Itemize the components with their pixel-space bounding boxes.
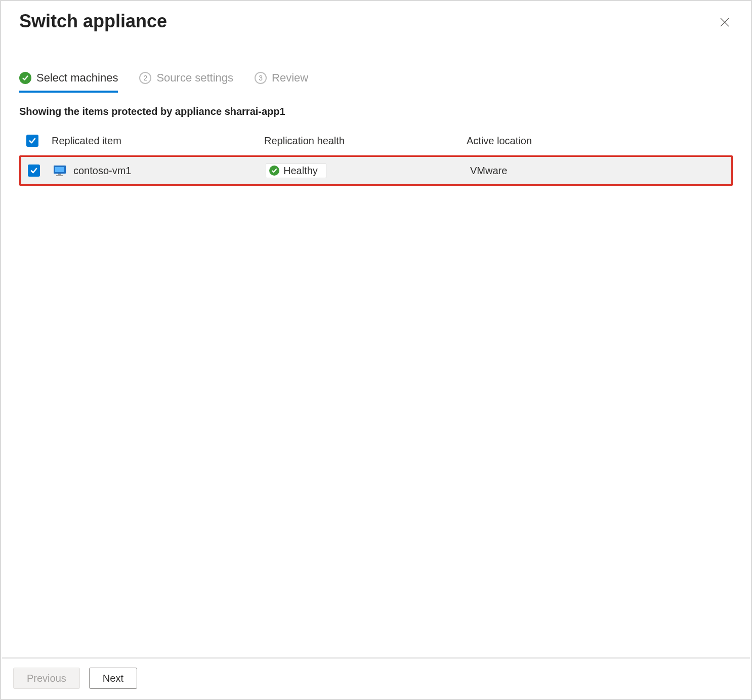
step-review[interactable]: 3 Review — [255, 71, 308, 91]
replicated-item-cell: contoso-vm1 — [53, 164, 266, 177]
next-button[interactable]: Next — [89, 668, 137, 689]
replicated-item-name: contoso-vm1 — [73, 165, 132, 177]
healthy-icon — [269, 166, 279, 176]
step-select-machines[interactable]: Select machines — [19, 71, 118, 93]
previous-button: Previous — [13, 668, 80, 689]
row-checkbox-cell — [28, 164, 53, 177]
step-source-settings[interactable]: 2 Source settings — [139, 71, 233, 91]
wizard-stepper: Select machines 2 Source settings 3 Revi… — [19, 71, 733, 91]
row-checkbox[interactable] — [28, 164, 40, 177]
table-row[interactable]: contoso-vm1 Healthy VMware — [21, 157, 731, 184]
machines-table: Replicated item Replication health Activ… — [19, 135, 733, 186]
svg-rect-4 — [58, 174, 61, 175]
col-active-location: Active location — [467, 135, 726, 147]
switch-appliance-panel: Switch appliance Select machines — [0, 0, 752, 700]
step-label: Review — [272, 71, 308, 85]
close-button[interactable] — [716, 13, 734, 31]
svg-rect-5 — [56, 175, 63, 176]
replication-health-cell: Healthy — [266, 163, 468, 178]
subtitle-text: Showing the items protected by appliance… — [19, 106, 733, 117]
panel-body: Select machines 2 Source settings 3 Revi… — [1, 32, 751, 657]
step-label: Source settings — [156, 71, 233, 85]
step-label: Select machines — [36, 71, 118, 85]
checkmark-icon — [19, 72, 31, 84]
select-all-checkbox[interactable] — [26, 135, 38, 147]
health-text: Healthy — [283, 165, 318, 177]
table-header-row: Replicated item Replication health Activ… — [19, 135, 733, 155]
panel-header: Switch appliance — [1, 1, 751, 32]
step-number-badge: 3 — [255, 72, 267, 84]
svg-rect-3 — [55, 167, 64, 172]
panel-footer: Previous Next — [1, 658, 751, 699]
col-replication-health: Replication health — [264, 135, 467, 147]
health-badge: Healthy — [266, 163, 326, 178]
vm-icon — [53, 164, 66, 177]
panel-title: Switch appliance — [19, 10, 167, 32]
active-location-cell: VMware — [468, 165, 724, 177]
close-icon — [720, 17, 730, 27]
highlighted-row-region: contoso-vm1 Healthy VMware — [19, 155, 733, 186]
col-replicated-item: Replicated item — [52, 135, 264, 147]
select-all-cell — [26, 135, 52, 147]
step-number-badge: 2 — [139, 72, 151, 84]
